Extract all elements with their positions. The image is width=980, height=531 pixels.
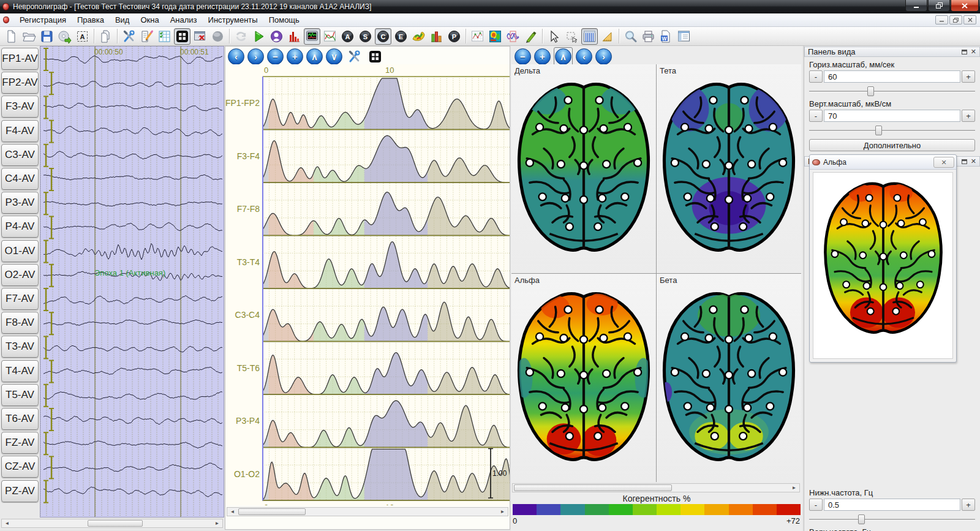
scroll-up-button[interactable]: ∧ bbox=[306, 48, 323, 65]
map-quadrant-delta[interactable]: Дельта bbox=[511, 64, 656, 273]
scroll-left-button[interactable]: ‹ bbox=[228, 48, 244, 65]
scroll-right-button[interactable]: › bbox=[595, 48, 612, 65]
tools-icon[interactable] bbox=[121, 28, 137, 45]
circle-c-icon[interactable]: C bbox=[375, 28, 391, 45]
spectral-chart[interactable]: FP1-FP2F3-F4F7-F8T3-T4C3-C4T5-T6P3-P4O1-… bbox=[225, 64, 510, 505]
print-icon[interactable] bbox=[640, 28, 657, 45]
eeg-trace-area[interactable]: 00:00:50 00:00:51 Эпоха 1 (Активная) bbox=[40, 46, 224, 518]
scrollbar-thumb[interactable] bbox=[88, 520, 143, 527]
close-button[interactable]: ✕ bbox=[933, 157, 954, 168]
histogram-icon[interactable] bbox=[286, 28, 303, 45]
restore-button[interactable] bbox=[928, 0, 950, 12]
zoom-out-button[interactable]: − bbox=[267, 48, 284, 65]
scroll-right-button[interactable]: › bbox=[247, 48, 264, 65]
curves-icon[interactable] bbox=[322, 28, 338, 45]
grid-montage-icon[interactable] bbox=[174, 28, 190, 45]
coherence-waves-icon[interactable] bbox=[505, 28, 521, 45]
word-export-icon[interactable]: W bbox=[658, 28, 674, 45]
play-icon[interactable] bbox=[251, 28, 267, 45]
close-window-icon[interactable] bbox=[192, 28, 208, 45]
horiz-scale-value[interactable]: 60 bbox=[824, 70, 960, 83]
lasso-icon[interactable] bbox=[564, 28, 580, 45]
open-folder-icon[interactable] bbox=[21, 28, 37, 45]
ruler-icon[interactable] bbox=[599, 28, 616, 45]
channel-button-P3-AV[interactable]: P3-AV bbox=[1, 192, 39, 214]
channel-button-FP1-AV[interactable]: FP1-AV bbox=[1, 48, 39, 70]
channel-button-F3-AV[interactable]: F3-AV bbox=[1, 96, 39, 118]
menu-item-Вид[interactable]: Вид bbox=[110, 14, 135, 26]
edit-protocol-icon[interactable] bbox=[138, 28, 155, 45]
channel-button-T4-AV[interactable]: T4-AV bbox=[1, 360, 39, 382]
channel-button-PZ-AV[interactable]: PZ-AV bbox=[1, 480, 39, 502]
close-button[interactable] bbox=[951, 0, 979, 12]
marker-pen-icon[interactable] bbox=[522, 28, 539, 45]
menu-item-Помощь[interactable]: Помощь bbox=[263, 14, 305, 26]
circle-p-icon[interactable]: P bbox=[446, 28, 462, 45]
analysis-head-icon[interactable] bbox=[268, 28, 285, 45]
sphere-icon[interactable] bbox=[209, 28, 226, 45]
map-quadrant-beta[interactable]: Бета bbox=[657, 274, 801, 483]
mdi-close-button[interactable] bbox=[963, 15, 976, 24]
horiz-scale-slider[interactable] bbox=[809, 86, 975, 96]
mdi-minimize-button[interactable] bbox=[935, 15, 948, 24]
circle-a-icon[interactable]: A bbox=[339, 28, 356, 45]
scrollbar-thumb[interactable] bbox=[514, 484, 672, 491]
zoom-in-button[interactable]: + bbox=[287, 48, 303, 65]
eeg-horizontal-scrollbar[interactable]: ◄ ► bbox=[1, 519, 223, 528]
zoom-preview-icon[interactable] bbox=[622, 28, 639, 45]
low-freq-slider[interactable] bbox=[809, 514, 975, 524]
grid-icon[interactable] bbox=[366, 48, 384, 66]
channel-button-FP2-AV[interactable]: FP2-AV bbox=[1, 72, 39, 94]
scroll-right-arrow[interactable]: ► bbox=[498, 508, 507, 515]
cursor-icon[interactable] bbox=[546, 28, 562, 45]
channel-button-FZ-AV[interactable]: FZ-AV bbox=[1, 432, 39, 454]
channel-button-O1-AV[interactable]: O1-AV bbox=[1, 240, 39, 262]
reload-icon[interactable] bbox=[233, 28, 249, 45]
menu-item-Анализ[interactable]: Анализ bbox=[165, 14, 203, 26]
menu-item-Окна[interactable]: Окна bbox=[135, 14, 164, 26]
close-icon[interactable]: ✕ bbox=[971, 48, 976, 55]
channel-button-F8-AV[interactable]: F8-AV bbox=[1, 312, 39, 334]
channel-button-F7-AV[interactable]: F7-AV bbox=[1, 288, 39, 310]
circle-e-icon[interactable]: E bbox=[393, 28, 409, 45]
save-icon[interactable] bbox=[39, 28, 55, 45]
dock-icon[interactable] bbox=[962, 50, 967, 55]
channel-button-O2-AV[interactable]: O2-AV bbox=[1, 264, 39, 286]
menu-item-Регистрация[interactable]: Регистрация bbox=[14, 14, 72, 26]
tools-icon[interactable] bbox=[345, 48, 363, 66]
channel-button-F4-AV[interactable]: F4-AV bbox=[1, 120, 39, 142]
menu-item-Инструменты[interactable]: Инструменты bbox=[203, 14, 263, 26]
scroll-down-button[interactable]: ∨ bbox=[326, 48, 342, 65]
column-table-icon[interactable] bbox=[581, 28, 598, 45]
decrement-button[interactable]: - bbox=[809, 70, 823, 83]
low-freq-value[interactable]: 0.5 bbox=[824, 499, 960, 511]
eeg-monitor-icon[interactable] bbox=[304, 28, 320, 45]
mdi-restore-button[interactable] bbox=[949, 15, 962, 24]
channel-button-P4-AV[interactable]: P4-AV bbox=[1, 216, 39, 238]
channel-button-CZ-AV[interactable]: CZ-AV bbox=[1, 456, 39, 478]
vert-scale-value[interactable]: 70 bbox=[824, 110, 960, 122]
zoom-out-button[interactable]: − bbox=[514, 48, 531, 65]
copy-pages-icon[interactable] bbox=[97, 28, 114, 45]
map-3d-icon[interactable] bbox=[410, 28, 427, 45]
circle-s-icon[interactable]: S bbox=[357, 28, 374, 45]
menu-item-Правка[interactable]: Правка bbox=[72, 14, 110, 26]
vert-scale-slider[interactable] bbox=[809, 126, 975, 135]
bar-chart-icon[interactable] bbox=[428, 28, 445, 45]
channel-button-C4-AV[interactable]: C4-AV bbox=[1, 168, 39, 190]
dot-chart-icon[interactable] bbox=[469, 28, 486, 45]
maps-horizontal-scrollbar[interactable]: ► bbox=[512, 483, 800, 492]
map-quadrant-alpha[interactable]: Альфа bbox=[511, 274, 656, 483]
more-button[interactable]: Дополнительно bbox=[809, 139, 975, 151]
scroll-left-button[interactable]: ‹ bbox=[576, 48, 592, 65]
brain-map-icon[interactable] bbox=[487, 28, 503, 45]
dock-icon[interactable] bbox=[962, 159, 967, 164]
close-icon[interactable]: ✕ bbox=[971, 158, 976, 165]
increment-button[interactable]: + bbox=[962, 499, 975, 511]
minimize-button[interactable] bbox=[905, 0, 927, 12]
channel-button-C3-AV[interactable]: C3-AV bbox=[1, 144, 39, 166]
table-check-icon[interactable] bbox=[156, 28, 173, 45]
export-cd-icon[interactable] bbox=[56, 28, 73, 45]
scroll-right-arrow[interactable]: ► bbox=[213, 520, 222, 527]
channel-button-T3-AV[interactable]: T3-AV bbox=[1, 336, 39, 358]
